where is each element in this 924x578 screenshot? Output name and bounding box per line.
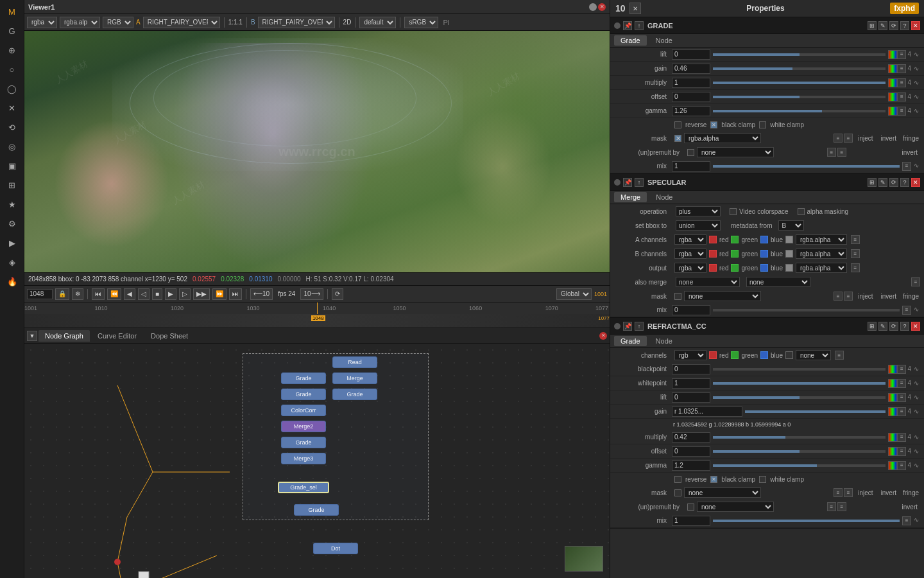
- spec-op-select[interactable]: plus over under multiply: [676, 206, 721, 216]
- spec-achan-r-cb[interactable]: [709, 236, 717, 243]
- sidebar-icon-add[interactable]: ⊕: [3, 41, 21, 59]
- channels-alpha-select[interactable]: rgba.alp: [60, 17, 100, 28]
- skip-to-end-btn[interactable]: ⏭: [229, 288, 242, 300]
- frame-fwd-btn[interactable]: 10⟶: [300, 288, 323, 300]
- sidebar-icon-gear[interactable]: ⚙: [3, 215, 21, 232]
- ref-reverse-cb[interactable]: [674, 476, 681, 483]
- ref-offset-swatch[interactable]: [888, 447, 897, 456]
- ref-lift-slider[interactable]: [713, 396, 886, 399]
- prev-frame-btn[interactable]: ◀: [124, 288, 135, 300]
- panel-settings-icon[interactable]: ▼: [27, 331, 37, 341]
- spec-bchan-select[interactable]: rgba: [674, 249, 706, 259]
- multiply-input[interactable]: [672, 78, 710, 88]
- ref-whitepoint-input[interactable]: [672, 378, 710, 389]
- grade-node-vis-btn[interactable]: [614, 22, 620, 29]
- sidebar-icon-grid[interactable]: ⊞: [3, 176, 21, 194]
- lift-color-swatch[interactable]: [888, 50, 897, 59]
- loop-btn[interactable]: ⟳: [332, 288, 343, 300]
- sidebar-icon-target[interactable]: ◎: [3, 137, 21, 155]
- spec-icon-2[interactable]: ✎: [878, 178, 887, 187]
- ref-icon-1[interactable]: ⊞: [868, 322, 877, 331]
- specular-tab-merge[interactable]: Merge: [614, 192, 647, 202]
- node-graph[interactable]: Read Grade Merge Grade Grade ColorCorr M…: [24, 344, 610, 578]
- ref-mix-slider[interactable]: [713, 520, 900, 522]
- ref-gamma-swatch[interactable]: [888, 461, 897, 470]
- specular-arrow-btn[interactable]: ↑: [635, 178, 644, 187]
- ref-icon-3[interactable]: ⟳: [889, 322, 898, 331]
- ref-mask-cb[interactable]: [674, 489, 681, 496]
- spec-icon-q[interactable]: ?: [900, 178, 909, 187]
- refractmacc-tab-grade[interactable]: Grade: [614, 336, 647, 346]
- lift-icon-1[interactable]: ≡: [897, 50, 906, 59]
- view-select[interactable]: default: [359, 17, 396, 28]
- input-b-select[interactable]: RIGHT_FAIRY_OVER: [258, 17, 335, 28]
- sidebar-icon-d[interactable]: ◈: [3, 253, 21, 271]
- tab-node-graph[interactable]: Node Graph: [38, 330, 90, 342]
- spec-meta-select[interactable]: B: [778, 220, 804, 231]
- ref-ch-icon1[interactable]: ≡: [835, 351, 844, 360]
- ref-channels-select[interactable]: rgb: [674, 350, 706, 360]
- sidebar-icon-ring[interactable]: ◯: [3, 80, 21, 98]
- spec-achan-g-cb[interactable]: [731, 236, 739, 243]
- ref-gamma-input[interactable]: [672, 460, 710, 471]
- panel-close-btn[interactable]: ✕: [599, 332, 607, 340]
- lift-slider[interactable]: [713, 53, 886, 56]
- grade-mask-icon2[interactable]: ≡: [844, 134, 853, 143]
- ref-gain-input[interactable]: [672, 407, 742, 417]
- sidebar-icon-star[interactable]: ★: [3, 195, 21, 213]
- spec-out-alpha-select[interactable]: rgba.alpha: [796, 263, 847, 273]
- offset-icon-1[interactable]: ≡: [897, 92, 906, 101]
- timeline-track[interactable]: 1048 1077: [24, 314, 610, 328]
- spec-out-g-cb[interactable]: [731, 264, 739, 272]
- lift-input[interactable]: [672, 49, 710, 60]
- ref-unpremult-cb[interactable]: [687, 504, 694, 511]
- ref-close-btn[interactable]: ✕: [911, 322, 920, 331]
- grade-icon-q[interactable]: ?: [900, 21, 909, 30]
- ref-gain-swatch[interactable]: [888, 407, 897, 416]
- grade-tab-node[interactable]: Node: [649, 35, 679, 46]
- ref-icon-q[interactable]: ?: [900, 322, 909, 331]
- ng-node-lower-2[interactable]: Dot: [313, 543, 358, 554]
- spec-bchan-g-cb[interactable]: [731, 250, 739, 258]
- offset-slider[interactable]: [713, 96, 886, 98]
- grade-unpremult-icon2[interactable]: ≡: [837, 148, 846, 157]
- gamma-slider[interactable]: [713, 110, 886, 112]
- next-frame-btn[interactable]: ▶▶: [193, 288, 210, 300]
- spec-bchan-b-cb[interactable]: [760, 250, 768, 258]
- grade-unpremult-cb[interactable]: [687, 149, 694, 156]
- spec-bchan-alpha-select[interactable]: rgba.alpha: [796, 249, 847, 259]
- pip-icon[interactable]: PI: [441, 18, 451, 27]
- channels-select[interactable]: rgba: [27, 17, 57, 28]
- grade-mask-cb[interactable]: ✕: [674, 135, 681, 142]
- ref-ch-r-cb[interactable]: [709, 351, 717, 359]
- colorspace-select[interactable]: RGB: [103, 17, 133, 28]
- grade-icon-3[interactable]: ⟳: [889, 21, 898, 30]
- spec-bbox-select[interactable]: union: [676, 220, 721, 231]
- sidebar-icon-square[interactable]: ▣: [3, 157, 21, 175]
- sidebar-icon-circle[interactable]: ○: [3, 60, 21, 78]
- spec-achan-b-cb[interactable]: [760, 236, 768, 243]
- stop-btn[interactable]: ■: [152, 288, 162, 300]
- spec-alsomerge-select[interactable]: none: [676, 277, 740, 287]
- spec-icon-1[interactable]: ⊞: [868, 178, 877, 187]
- ref-mix-input[interactable]: [672, 516, 710, 526]
- ref-gain-icon[interactable]: ≡: [897, 407, 906, 416]
- ref-mult-swatch[interactable]: [888, 433, 897, 442]
- ref-mult-icon[interactable]: ≡: [897, 433, 906, 442]
- spec-mask-icon2[interactable]: ≡: [844, 292, 853, 301]
- timeline-playhead[interactable]: [317, 302, 318, 314]
- spec-close-btn[interactable]: ✕: [911, 178, 920, 187]
- gain-icon-1[interactable]: ≡: [897, 64, 906, 73]
- gamma-color-swatch[interactable]: [888, 107, 897, 116]
- gamma-input[interactable]: [672, 106, 710, 116]
- grade-unpremult-select[interactable]: none: [697, 147, 774, 157]
- spec-out-r-cb[interactable]: [709, 264, 717, 272]
- multiply-icon-1[interactable]: ≡: [897, 78, 906, 87]
- ref-offset-input[interactable]: [672, 446, 710, 457]
- props-close-all-btn[interactable]: ✕: [629, 3, 641, 14]
- refract-vis-btn[interactable]: [614, 323, 620, 329]
- prev-keyframe-btn[interactable]: ⏪: [107, 288, 121, 300]
- sidebar-icon-play[interactable]: ▶: [3, 234, 21, 252]
- next-btn[interactable]: ▷: [179, 288, 191, 300]
- sidebar-icon-m[interactable]: M: [3, 3, 21, 21]
